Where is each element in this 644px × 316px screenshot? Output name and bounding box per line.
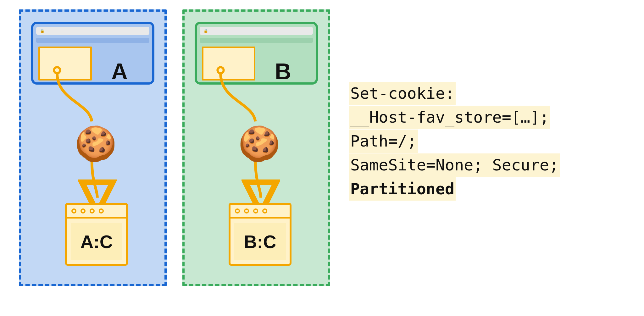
site-label-a: A [111, 58, 128, 84]
set-cookie-header: Set-cookie: __Host-fav_store=[…]; Path=/… [349, 82, 560, 201]
jar-titlebar [230, 205, 290, 219]
address-bar: 🔒 [200, 27, 313, 35]
jar-dot [244, 208, 249, 213]
jar-dot [71, 208, 76, 213]
jar-dot [80, 208, 86, 213]
jar-dot [253, 208, 258, 213]
jar-dot [235, 208, 240, 213]
browser-window-b: 🔒 B [195, 22, 318, 85]
address-bar: 🔒 [36, 27, 149, 35]
embedded-frame-a [38, 47, 92, 80]
tab-strip [36, 38, 149, 43]
code-line-2: __Host-fav_store=[…]; [349, 106, 550, 129]
code-line-5-partitioned: Partitioned [349, 177, 456, 201]
cookie-store-a: A:C [65, 203, 128, 266]
partition-b: 🔒 B 🍪 B:C [182, 9, 330, 286]
code-line-4: SameSite=None; Secure; [349, 153, 560, 177]
code-line-1: Set-cookie: [349, 82, 456, 105]
lock-icon: 🔒 [203, 29, 208, 33]
cookie-store-b: B:C [229, 203, 291, 266]
browser-window-a: 🔒 A [31, 22, 154, 85]
jar-titlebar [67, 205, 126, 219]
jar-label-a: A:C [71, 223, 122, 260]
code-line-3: Path=/; [349, 130, 418, 153]
jar-dot [99, 208, 104, 213]
lock-icon: 🔒 [40, 29, 45, 33]
site-label-b: B [275, 58, 291, 84]
jar-dot [262, 208, 267, 213]
cookie-icon: 🍪 [238, 123, 279, 164]
embedded-frame-b [202, 47, 255, 80]
jar-dot [90, 208, 95, 213]
jar-label-b: B:C [234, 223, 286, 260]
cookie-icon: 🍪 [75, 123, 115, 164]
diagram-canvas: 🔒 A 🍪 A:C [0, 0, 644, 316]
tab-strip [200, 38, 313, 43]
partition-a: 🔒 A 🍪 A:C [19, 9, 167, 286]
